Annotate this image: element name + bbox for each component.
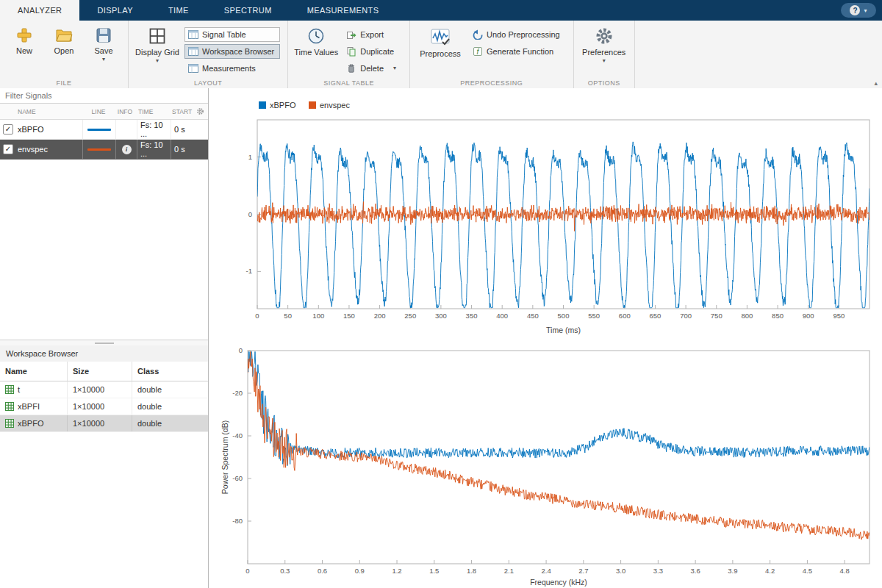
section-label-signal-table: SIGNAL TABLE: [288, 79, 409, 87]
duplicate-icon: [346, 46, 356, 57]
undo-preprocessing-label: Undo Preprocessing: [487, 30, 560, 39]
signal-table-icon: [188, 29, 198, 40]
tab-measurements[interactable]: MEASUREMENTS: [290, 0, 397, 21]
workspace-row-xbpfi[interactable]: xBPFI 1×10000 double: [0, 398, 208, 415]
export-button[interactable]: Export: [343, 27, 402, 42]
ribbon-collapse-button[interactable]: ▴: [874, 79, 878, 87]
svg-text:-40: -40: [232, 431, 243, 440]
undo-preprocessing-icon: [473, 29, 483, 40]
delete-button[interactable]: Delete ▾: [343, 61, 402, 76]
toggle-measurements-label: Measurements: [202, 64, 256, 73]
svg-text:850: 850: [772, 312, 784, 320]
svg-text:950: 950: [833, 312, 845, 320]
tab-analyzer[interactable]: ANALYZER: [0, 0, 79, 21]
preprocessing-actions-column: Undo Preprocessing f Generate Function: [469, 24, 566, 76]
generate-function-button[interactable]: f Generate Function: [469, 44, 566, 59]
svg-text:0.6: 0.6: [318, 567, 327, 575]
ws-name-column-header[interactable]: Name: [0, 362, 68, 381]
app-tab-bar: ANALYZER DISPLAY TIME SPECTRUM MEASUREME…: [0, 0, 882, 21]
svg-text:2.4: 2.4: [541, 567, 551, 575]
svg-text:-60: -60: [232, 474, 243, 482]
svg-text:-20: -20: [232, 389, 243, 397]
help-icon: ?: [850, 5, 860, 15]
tab-spectrum[interactable]: SPECTRUM: [207, 0, 290, 21]
undo-preprocessing-button[interactable]: Undo Preprocessing: [469, 27, 566, 42]
workspace-row-t[interactable]: t 1×10000 double: [0, 381, 208, 398]
signal-checkbox[interactable]: ✓: [3, 124, 13, 135]
signal-row-xbpfo[interactable]: ✓ xBPFO Fs: 10 ... 0 s: [0, 120, 208, 140]
toggle-signal-table-label: Signal Table: [202, 30, 246, 39]
generate-function-icon: f: [473, 46, 483, 57]
svg-text:4.8: 4.8: [840, 567, 850, 575]
svg-text:0.3: 0.3: [280, 567, 290, 575]
info-column-header[interactable]: INFO: [115, 108, 135, 115]
delete-caret-icon[interactable]: ▾: [393, 66, 396, 71]
display-grid-button[interactable]: Display Grid ▾: [136, 24, 179, 76]
signal-name: xBPFO: [16, 125, 82, 134]
preferences-button[interactable]: Preferences ▾: [581, 24, 627, 76]
export-icon: [346, 29, 356, 40]
signal-row-envspec[interactable]: ✓ envspec i Fs: 10 ... 0 s: [0, 140, 208, 159]
signal-checkbox[interactable]: ✓: [3, 144, 13, 154]
signal-line-swatch: [87, 148, 111, 151]
duplicate-button[interactable]: Duplicate: [343, 44, 402, 59]
svg-text:100: 100: [312, 312, 324, 320]
toggle-signal-table[interactable]: Signal Table: [184, 27, 280, 42]
variable-grid-icon: [5, 419, 14, 428]
start-column-header[interactable]: START: [169, 108, 196, 115]
time-plot[interactable]: 0501001502002503003504004505005506006507…: [209, 96, 882, 345]
signal-name: envspec: [16, 145, 82, 154]
section-label-file: FILE: [0, 79, 128, 87]
svg-text:250: 250: [404, 312, 416, 320]
time-values-clock-icon: [306, 26, 326, 46]
name-column-header[interactable]: NAME: [16, 108, 82, 115]
signal-table-actions-column: Export Duplicate Delete ▾: [343, 24, 402, 76]
table-settings-gear-icon[interactable]: [196, 107, 204, 115]
delete-trash-icon: [346, 63, 356, 74]
toggle-workspace-browser[interactable]: Workspace Browser: [184, 44, 280, 59]
ribbon-section-signal-table: Time Values Export Duplicate: [288, 21, 410, 88]
save-dropdown-caret-icon[interactable]: ▾: [102, 57, 105, 62]
workspace-row-xbpfo[interactable]: xBPFO 1×10000 double: [0, 415, 208, 432]
save-button[interactable]: Save ▾: [87, 24, 121, 76]
ws-var-size: 1×10000: [68, 415, 132, 431]
svg-text:150: 150: [343, 312, 355, 320]
open-button[interactable]: Open: [47, 24, 81, 76]
generate-function-label: Generate Function: [487, 47, 553, 56]
filter-signals-input[interactable]: [0, 88, 208, 104]
tab-display[interactable]: DISPLAY: [79, 0, 150, 21]
spectrum-plot[interactable]: 00.30.60.91.21.51.82.12.42.73.03.33.63.9…: [209, 345, 882, 588]
svg-text:500: 500: [558, 312, 570, 320]
svg-text:3.6: 3.6: [691, 567, 700, 575]
svg-text:1: 1: [248, 153, 252, 161]
svg-text:0: 0: [255, 312, 259, 320]
display-grid-caret-icon[interactable]: ▾: [156, 59, 159, 63]
tab-time[interactable]: TIME: [151, 0, 207, 21]
ws-var-name: xBPFI: [18, 402, 40, 411]
preferences-gear-icon: [595, 26, 614, 46]
display-grid-label: Display Grid: [135, 48, 179, 57]
preferences-caret-icon[interactable]: ▾: [603, 59, 606, 63]
new-button[interactable]: New: [7, 24, 41, 76]
ws-class-column-header[interactable]: Class: [132, 362, 208, 381]
svg-text:800: 800: [741, 312, 753, 320]
preprocess-button[interactable]: Preprocess: [417, 24, 463, 76]
save-label: Save: [94, 46, 112, 55]
info-icon[interactable]: i: [122, 145, 132, 154]
toggle-measurements[interactable]: Measurements: [184, 61, 280, 76]
time-column-header[interactable]: TIME: [135, 108, 169, 115]
new-icon: [15, 26, 33, 44]
ws-size-column-header[interactable]: Size: [68, 362, 132, 381]
svg-text:700: 700: [680, 312, 692, 320]
variable-grid-icon: [5, 385, 14, 394]
line-column-header[interactable]: LINE: [82, 108, 115, 115]
help-button[interactable]: ? ▾: [841, 3, 876, 18]
duplicate-label: Duplicate: [360, 47, 394, 56]
signal-time: Fs: 10 ...: [137, 120, 171, 139]
variable-grid-icon: [5, 402, 14, 411]
svg-text:0: 0: [239, 346, 243, 354]
ribbon-section-layout: Display Grid ▾ Signal Table: [129, 21, 288, 88]
signal-line-swatch: [87, 129, 111, 131]
time-values-button[interactable]: Time Values: [295, 24, 337, 76]
workspace-browser-table: Name Size Class t 1×10000 double: [0, 362, 208, 432]
